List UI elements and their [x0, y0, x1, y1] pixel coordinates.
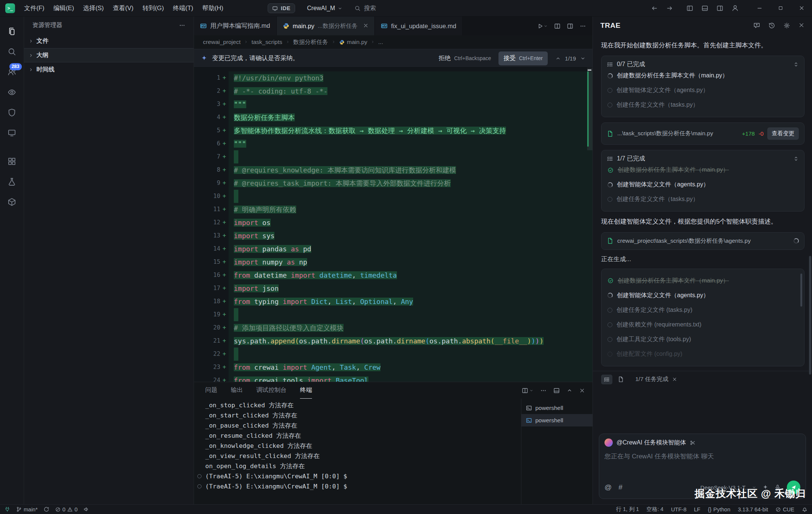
terminal-instance[interactable]: powershell [521, 414, 592, 426]
card-scrollbar[interactable] [800, 274, 802, 307]
code-line[interactable]: 4+数据分析任务主脚本 [194, 111, 592, 124]
run-button[interactable] [535, 21, 550, 31]
panel-tab[interactable]: 输出 [231, 382, 243, 399]
activity-remote[interactable] [0, 122, 24, 143]
new-chat-button[interactable] [753, 22, 760, 29]
sidebar-section[interactable]: 文件 [24, 34, 194, 48]
maximize-button[interactable] [770, 0, 791, 16]
chat-input[interactable]: 您正在与 CrewAI 任务模块智能体 聊天 [604, 452, 800, 481]
menu-item[interactable]: 终端(T) [168, 2, 198, 14]
code-line[interactable]: 16+from datetime import datetime, timede… [194, 269, 592, 282]
menu-item[interactable]: 文件(F) [20, 2, 49, 14]
panel-tab[interactable]: 问题 [205, 382, 217, 399]
chat-scrollbar[interactable] [809, 256, 811, 375]
split-editor-button[interactable] [552, 21, 562, 31]
chat-body[interactable]: 现在我开始创建数据分析任务脚本。首先创建主脚本文件。 0/7 已完成 创建数据分… [593, 35, 812, 430]
sidebar-section[interactable]: 大纲 [24, 48, 194, 62]
code-line[interactable]: 6+""" [194, 137, 592, 150]
agent-context-chip[interactable]: @CrewAI 任务模块智能体 [604, 438, 800, 447]
code-line[interactable]: 13+import sys [194, 229, 592, 242]
project-switcher[interactable]: CrewAI_M [307, 5, 343, 12]
layout-button[interactable] [565, 21, 575, 31]
todo-list-toggle[interactable] [601, 375, 612, 384]
editor-more-button[interactable] [578, 21, 588, 31]
code-line[interactable]: 19+ [194, 308, 592, 321]
sync-button[interactable] [44, 506, 49, 512]
code-line[interactable]: 8+# @requires_knowledge: 本脚本需要访问知识库进行数据分… [194, 163, 592, 177]
activity-packages[interactable] [0, 192, 24, 212]
breadcrumb-item[interactable]: 数据分析任务 [293, 38, 328, 46]
breadcrumb-item[interactable]: crewai_project [203, 39, 241, 45]
code-line[interactable]: 10+ [194, 190, 592, 203]
language-mode[interactable]: {} Python [708, 506, 730, 512]
activity-agents[interactable]: 283 [0, 62, 24, 82]
notifications-button[interactable] [802, 506, 807, 512]
code-line[interactable]: 3+""" [194, 98, 592, 111]
expand-icon[interactable] [793, 156, 799, 162]
app-logo-icon[interactable]: >_ [5, 3, 15, 13]
editor-tab[interactable]: 用户脚本编写指南.md [194, 17, 277, 35]
cursor-position[interactable]: 行 1, 列 1 [616, 506, 639, 513]
editor-tab[interactable]: fix_ui_update_issue.md [375, 17, 462, 35]
menu-item[interactable]: 编辑(E) [49, 2, 79, 14]
menu-item[interactable]: 转到(G) [138, 2, 168, 14]
code-editor[interactable]: 1+#!/usr/bin/env python32+# -*- coding: … [194, 68, 592, 382]
toggle-secondary-sidebar-button[interactable] [712, 0, 727, 16]
next-change-button[interactable] [580, 56, 586, 61]
editor-scrollbar[interactable] [587, 68, 592, 382]
breadcrumb-item[interactable]: ... [378, 39, 383, 45]
accept-button[interactable]: 接受 Ctrl+Enter [498, 51, 547, 65]
activity-preview[interactable] [0, 82, 24, 102]
remote-indicator[interactable] [5, 506, 10, 512]
feedback-button[interactable] [83, 506, 89, 512]
close-panel-button[interactable] [579, 388, 585, 393]
code-line[interactable]: 21+sys.path.append(os.path.dirname(os.pa… [194, 334, 592, 348]
context-button[interactable]: # [618, 483, 623, 491]
dismiss-status-button[interactable] [672, 377, 677, 382]
code-line[interactable]: 15+import numpy as np [194, 255, 592, 269]
file-list-toggle[interactable] [618, 376, 624, 382]
code-line[interactable]: 22+ [194, 348, 592, 361]
code-line[interactable]: 7+ [194, 150, 592, 163]
eol-sequence[interactable]: LF [694, 506, 700, 512]
terminal-instance[interactable]: powershell [521, 402, 592, 414]
code-line[interactable]: 17+import json [194, 282, 592, 295]
view-changes-button[interactable]: 查看变更 [767, 127, 799, 140]
cue-indicator[interactable]: CUE [776, 506, 794, 512]
menu-item[interactable]: 帮助(H) [198, 2, 228, 14]
breadcrumb-item[interactable]: task_scripts [251, 39, 282, 45]
python-interpreter[interactable]: 3.13.7 64-bit [738, 506, 768, 512]
menu-item[interactable]: 查看(V) [108, 2, 138, 14]
activity-extensions[interactable] [0, 151, 24, 171]
settings-button[interactable] [783, 22, 790, 29]
reject-button[interactable]: 拒绝 Ctrl+Backspace [439, 54, 491, 62]
activity-explorer[interactable] [0, 21, 24, 41]
breadcrumb-item[interactable]: main.py [339, 39, 367, 45]
code-line[interactable]: 12+import os [194, 216, 592, 229]
terminal-output[interactable]: _on_stop_clicked 方法存在_on_start_clicked 方… [194, 399, 521, 504]
expand-icon[interactable] [793, 62, 799, 67]
activity-search[interactable] [0, 41, 24, 62]
encoding[interactable]: UTF-8 [671, 506, 686, 512]
new-terminal-button[interactable] [522, 387, 533, 394]
code-line[interactable]: 24+from crewai.tools import BaseTool [194, 374, 592, 382]
nav-forward-button[interactable] [662, 0, 677, 16]
close-tab-button[interactable] [363, 23, 368, 30]
activity-testing[interactable] [0, 171, 24, 192]
activity-debug[interactable] [0, 102, 24, 122]
menu-item[interactable]: 选择(S) [79, 2, 108, 14]
panel-tab[interactable]: 调试控制台 [256, 382, 286, 399]
code-line[interactable]: 1+#!/usr/bin/env python3 [194, 71, 592, 85]
branch-indicator[interactable]: main* [16, 506, 38, 512]
code-line[interactable]: 9+# @requires_task_import: 本脚本需要导入外部数据文件… [194, 177, 592, 190]
code-line[interactable]: 14+import pandas as pd [194, 242, 592, 255]
problems-indicator[interactable]: 0 0 [55, 506, 77, 512]
panel-layout-button[interactable] [553, 387, 560, 394]
indentation[interactable]: 空格: 4 [647, 506, 664, 513]
code-line[interactable]: 11+# 明确声明所有依赖 [194, 203, 592, 216]
history-button[interactable] [768, 22, 775, 29]
close-chat-button[interactable] [798, 22, 804, 28]
code-line[interactable]: 5+多智能体协作数据分析流水线：数据获取 → 数据处理 → 分析建模 → 可视化… [194, 124, 592, 137]
minimize-button[interactable] [749, 0, 770, 16]
sidebar-more-button[interactable] [179, 22, 185, 29]
